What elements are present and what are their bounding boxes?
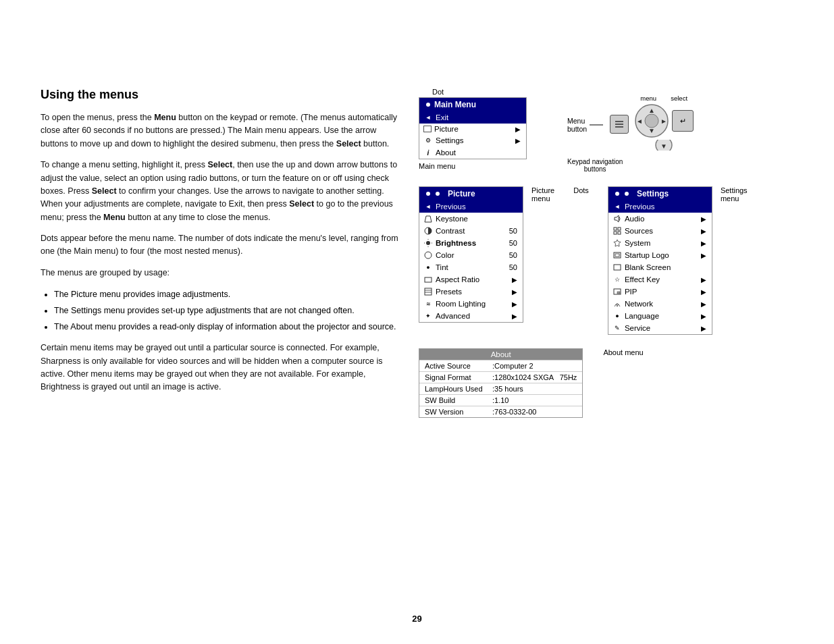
menu-btn-rect[interactable]: [610, 115, 629, 134]
keypad-caption: Keypad navigationbuttons: [567, 158, 623, 173]
language-label: Language: [625, 312, 659, 320]
about-key-sw-version: SW Version: [425, 408, 492, 416]
sources-arrow: ▶: [701, 227, 706, 235]
language-arrow: ▶: [701, 313, 706, 320]
svg-text:▼: ▼: [660, 142, 667, 150]
picture-prev[interactable]: ◄ Previous: [419, 200, 523, 213]
picture-color[interactable]: Color 50: [419, 249, 523, 261]
service-label: Service: [625, 324, 650, 332]
picture-aspect[interactable]: Aspect Ratio ▶: [419, 273, 523, 286]
svg-text:◄: ◄: [636, 117, 643, 125]
svg-rect-29: [615, 254, 619, 257]
effect-key-label: Effect Key: [625, 275, 660, 284]
enter-btn[interactable]: ↵: [672, 110, 694, 132]
main-menu-title-bar: Main Menu: [419, 98, 526, 111]
aspect-icon: [423, 275, 433, 284]
about-row-sw-build: SW Build :1.10: [419, 394, 582, 406]
picture-prev-label: Previous: [436, 203, 466, 211]
keystone-label: Keystone: [436, 215, 468, 223]
settings-prev[interactable]: ◄ Previous: [608, 200, 712, 213]
picture-side-labels: Picturemenu: [531, 186, 554, 203]
about-table: About Active Source :Computer 2 Signal F…: [419, 348, 583, 418]
about-key-sw-build: SW Build: [425, 396, 492, 404]
about-key-signal-format: Signal Format: [425, 373, 492, 381]
picture-tint[interactable]: ● Tint 50: [419, 261, 523, 273]
svg-text:▲: ▲: [648, 107, 655, 114]
settings-service[interactable]: ✎ Service ▶: [608, 322, 712, 334]
picture-label: Picture: [434, 125, 459, 133]
settings-pip[interactable]: PIP ▶: [608, 286, 712, 298]
svg-rect-20: [425, 277, 432, 282]
blank-screen-icon: [613, 263, 622, 272]
svg-point-33: [617, 305, 618, 306]
main-menu-dot: [426, 103, 430, 107]
menu-item-about[interactable]: i About: [419, 146, 526, 159]
svg-text:▼: ▼: [648, 127, 655, 134]
settings-network[interactable]: Network ▶: [608, 298, 712, 310]
network-arrow: ▶: [701, 300, 706, 308]
settings-menu-box-wrap: Settings ◄ Previous Audio ▶: [608, 186, 712, 335]
picture-icon: [423, 126, 432, 132]
color-icon: [423, 250, 433, 260]
nav-pad[interactable]: ▲ ▼ ◄ ►: [634, 103, 669, 138]
picture-advanced[interactable]: ✦ Advanced ▶: [419, 310, 523, 322]
menu-item-settings[interactable]: ⚙ Settings ▶: [419, 134, 526, 146]
settings-blank-screen[interactable]: Blank Screen: [608, 261, 712, 273]
svg-rect-32: [617, 292, 620, 294]
svg-point-5: [645, 114, 658, 128]
page-number: 29: [412, 614, 421, 624]
advanced-arrow: ▶: [512, 313, 517, 320]
blank-screen-label: Blank Screen: [625, 263, 671, 271]
about-menu-area: About Active Source :Computer 2 Signal F…: [419, 348, 583, 418]
about-val-sw-version: :763-0332-00: [492, 408, 536, 416]
settings-language[interactable]: ● Language ▶: [608, 310, 712, 322]
picture-contrast[interactable]: Contrast 50: [419, 225, 523, 237]
color-label: Color: [436, 251, 454, 259]
network-label: Network: [625, 300, 653, 308]
sdot1: [615, 192, 619, 196]
settings-startup-logo[interactable]: Startup Logo ▶: [608, 249, 712, 261]
picture-keystone[interactable]: Keystone: [419, 213, 523, 225]
settings-side-labels: Settingsmenu: [721, 186, 748, 203]
service-icon: ✎: [613, 323, 622, 333]
aspect-arrow: ▶: [512, 276, 517, 284]
keypad-diagram: Menubutton: [567, 95, 694, 155]
sdot2: [625, 192, 629, 196]
svg-rect-21: [425, 288, 432, 295]
menu-btn-visual[interactable]: [610, 115, 629, 134]
keypad-combined: menu select ▲: [610, 95, 694, 153]
picture-menu-title: Picture: [448, 189, 475, 198]
settings-audio[interactable]: Audio ▶: [608, 213, 712, 225]
tint-label: Tint: [436, 263, 448, 271]
settings-system[interactable]: System ▶: [608, 237, 712, 249]
dot-label: Dot: [432, 88, 444, 96]
dot2: [436, 192, 440, 196]
picture-menu-label: Picturemenu: [531, 186, 554, 203]
picture-brightness[interactable]: Brightness 50: [419, 237, 523, 249]
settings-menu-title-bar: Settings: [608, 187, 712, 200]
picture-arrow: ▶: [515, 126, 521, 133]
about-val-active-source: :Computer 2: [492, 362, 533, 370]
menu-item-exit[interactable]: ◄ Exit: [419, 111, 526, 124]
main-menu-caption: Main menu: [419, 162, 455, 170]
svg-rect-26: [614, 232, 617, 234]
settings-area: Settings ◄ Previous Audio ▶: [608, 186, 748, 335]
about-row-active-source: Active Source :Computer 2: [419, 360, 582, 371]
settings-sources[interactable]: Sources ▶: [608, 225, 712, 237]
audio-arrow: ▶: [701, 215, 706, 223]
picture-presets[interactable]: Presets ▶: [419, 286, 523, 298]
svg-rect-27: [618, 232, 621, 234]
tint-icon: ●: [423, 263, 433, 272]
paragraph-1: To open the menus, press the Menu button…: [41, 111, 405, 151]
aspect-label: Aspect Ratio: [436, 275, 479, 284]
right-column: Dot Main Menu ◄ Exit Picture: [419, 88, 817, 418]
bottom-section: About Active Source :Computer 2 Signal F…: [419, 348, 817, 418]
system-label: System: [625, 239, 650, 247]
contrast-icon: [423, 226, 433, 236]
about-icon: i: [423, 148, 433, 157]
svg-rect-30: [614, 265, 621, 270]
menu-item-picture[interactable]: Picture ▶: [419, 124, 526, 134]
about-menu-caption: About menu: [603, 348, 643, 356]
picture-room-lighting[interactable]: ≋ Room Lighting ▶: [419, 298, 523, 310]
settings-effect-key[interactable]: ☆ Effect Key ▶: [608, 273, 712, 286]
